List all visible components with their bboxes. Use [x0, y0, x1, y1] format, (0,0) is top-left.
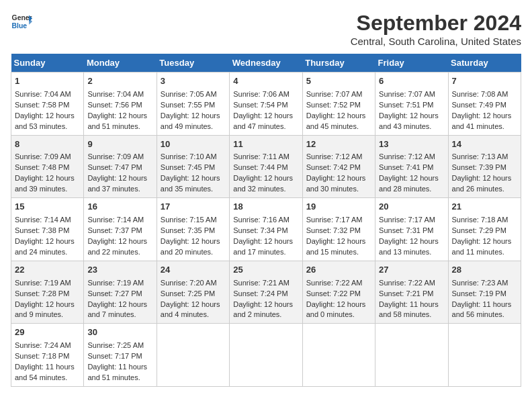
day-number: 5: [306, 75, 371, 88]
day-info-line: Sunset: 7:27 PM: [87, 289, 152, 300]
day-info-line: Sunset: 7:41 PM: [379, 163, 444, 173]
day-info-line: and 41 minutes.: [452, 122, 517, 132]
day-info-line: Sunset: 7:21 PM: [379, 289, 444, 300]
day-info-line: Daylight: 12 hours: [233, 236, 298, 247]
day-number: 7: [452, 75, 517, 88]
day-info-line: Sunrise: 7:24 AM: [15, 340, 80, 351]
day-number: 1: [15, 75, 80, 88]
day-info-line: and 26 minutes.: [452, 184, 517, 195]
day-info-line: and 0 minutes.: [306, 310, 371, 320]
day-number: 23: [87, 264, 152, 277]
day-info-line: Sunrise: 7:09 AM: [15, 152, 80, 163]
calendar-week-row: 1Sunrise: 7:04 AMSunset: 7:58 PMDaylight…: [11, 73, 521, 136]
day-header-tuesday: Tuesday: [157, 54, 229, 73]
day-info-line: Daylight: 12 hours: [452, 173, 517, 184]
day-info-line: Daylight: 12 hours: [379, 173, 444, 184]
day-info-line: Sunset: 7:48 PM: [15, 163, 80, 173]
day-info-line: and 51 minutes.: [87, 373, 152, 383]
calendar-cell: 21Sunrise: 7:18 AMSunset: 7:29 PMDayligh…: [448, 198, 521, 261]
day-info-line: Sunrise: 7:17 AM: [379, 215, 444, 226]
day-number: 24: [161, 264, 226, 277]
day-info-line: Sunrise: 7:10 AM: [161, 152, 226, 163]
day-info-line: and 43 minutes.: [379, 122, 444, 132]
day-info-line: Sunrise: 7:18 AM: [452, 215, 517, 226]
day-number: 13: [379, 138, 444, 151]
day-number: 14: [452, 138, 517, 151]
day-info-line: Sunrise: 7:12 AM: [306, 152, 371, 163]
day-info-line: and 13 minutes.: [379, 247, 444, 258]
day-number: 11: [233, 138, 298, 151]
calendar-cell: 11Sunrise: 7:11 AMSunset: 7:44 PMDayligh…: [230, 135, 302, 198]
day-number: 12: [306, 138, 371, 151]
day-info-line: Sunrise: 7:12 AM: [379, 152, 444, 163]
day-info-line: Sunset: 7:52 PM: [306, 100, 371, 111]
day-info-line: Daylight: 12 hours: [87, 111, 152, 122]
day-info-line: Sunrise: 7:14 AM: [15, 215, 80, 226]
day-number: 30: [87, 326, 152, 339]
day-info-line: and 58 minutes.: [379, 310, 444, 320]
day-number: 8: [15, 138, 80, 151]
day-info-line: Daylight: 12 hours: [161, 300, 226, 310]
day-number: 10: [161, 138, 226, 151]
header: General Blue September 2024 Central, Sou…: [11, 11, 521, 47]
day-info-line: and 32 minutes.: [233, 184, 298, 195]
day-info-line: Sunset: 7:58 PM: [15, 100, 80, 111]
calendar-cell: 13Sunrise: 7:12 AMSunset: 7:41 PMDayligh…: [375, 135, 448, 198]
day-info-line: Sunrise: 7:11 AM: [233, 152, 298, 163]
day-header-thursday: Thursday: [302, 54, 375, 73]
calendar-week-row: 22Sunrise: 7:19 AMSunset: 7:28 PMDayligh…: [11, 261, 521, 324]
day-info-line: Daylight: 12 hours: [452, 236, 517, 247]
day-info-line: Daylight: 12 hours: [87, 300, 152, 310]
calendar-cell: 15Sunrise: 7:14 AMSunset: 7:38 PMDayligh…: [11, 198, 84, 261]
calendar-cell: 23Sunrise: 7:19 AMSunset: 7:27 PMDayligh…: [84, 261, 157, 324]
day-info-line: and 47 minutes.: [233, 122, 298, 132]
day-number: 18: [233, 201, 298, 214]
day-info-line: Sunrise: 7:13 AM: [452, 152, 517, 163]
day-number: 27: [379, 264, 444, 277]
day-number: 4: [233, 75, 298, 88]
calendar-cell: 28Sunrise: 7:23 AMSunset: 7:19 PMDayligh…: [448, 261, 521, 324]
day-info-line: Sunset: 7:29 PM: [452, 226, 517, 236]
day-info-line: and 37 minutes.: [87, 184, 152, 195]
calendar-week-row: 8Sunrise: 7:09 AMSunset: 7:48 PMDaylight…: [11, 135, 521, 198]
day-info-line: Sunset: 7:56 PM: [87, 100, 152, 111]
day-info-line: Daylight: 12 hours: [161, 111, 226, 122]
day-number: 26: [306, 264, 371, 277]
day-info-line: Sunset: 7:37 PM: [87, 226, 152, 236]
day-info-line: and 56 minutes.: [452, 310, 517, 320]
calendar-header-row: SundayMondayTuesdayWednesdayThursdayFrid…: [11, 54, 521, 73]
day-number: 9: [87, 138, 152, 151]
day-info-line: and 11 minutes.: [452, 247, 517, 258]
calendar-cell: [448, 324, 521, 387]
calendar-cell: 7Sunrise: 7:08 AMSunset: 7:49 PMDaylight…: [448, 73, 521, 136]
day-info-line: and 39 minutes.: [15, 184, 80, 195]
calendar-cell: 10Sunrise: 7:10 AMSunset: 7:45 PMDayligh…: [157, 135, 229, 198]
day-info-line: and 22 minutes.: [87, 247, 152, 258]
day-info-line: Daylight: 12 hours: [87, 173, 152, 184]
calendar-cell: 19Sunrise: 7:17 AMSunset: 7:32 PMDayligh…: [302, 198, 375, 261]
day-info-line: Sunrise: 7:05 AM: [161, 89, 226, 100]
day-number: 16: [87, 201, 152, 214]
calendar-cell: 22Sunrise: 7:19 AMSunset: 7:28 PMDayligh…: [11, 261, 84, 324]
day-info-line: Daylight: 12 hours: [306, 111, 371, 122]
day-info-line: Sunset: 7:35 PM: [161, 226, 226, 236]
day-info-line: Sunset: 7:51 PM: [379, 100, 444, 111]
day-info-line: Sunrise: 7:08 AM: [452, 89, 517, 100]
day-info-line: and 51 minutes.: [87, 122, 152, 132]
day-info-line: Daylight: 12 hours: [15, 173, 80, 184]
calendar-cell: 14Sunrise: 7:13 AMSunset: 7:39 PMDayligh…: [448, 135, 521, 198]
day-info-line: and 15 minutes.: [306, 247, 371, 258]
day-info-line: Sunset: 7:22 PM: [306, 289, 371, 300]
calendar-table: SundayMondayTuesdayWednesdayThursdayFrid…: [11, 54, 521, 387]
calendar-cell: [302, 324, 375, 387]
day-info-line: Sunrise: 7:04 AM: [15, 89, 80, 100]
day-info-line: Sunset: 7:19 PM: [452, 289, 517, 300]
day-info-line: Sunrise: 7:07 AM: [379, 89, 444, 100]
day-info-line: Sunset: 7:39 PM: [452, 163, 517, 173]
day-info-line: Sunrise: 7:19 AM: [15, 278, 80, 289]
day-info-line: Sunrise: 7:14 AM: [87, 215, 152, 226]
day-number: 25: [233, 264, 298, 277]
day-header-monday: Monday: [84, 54, 157, 73]
calendar-cell: [375, 324, 448, 387]
calendar-cell: 17Sunrise: 7:15 AMSunset: 7:35 PMDayligh…: [157, 198, 229, 261]
